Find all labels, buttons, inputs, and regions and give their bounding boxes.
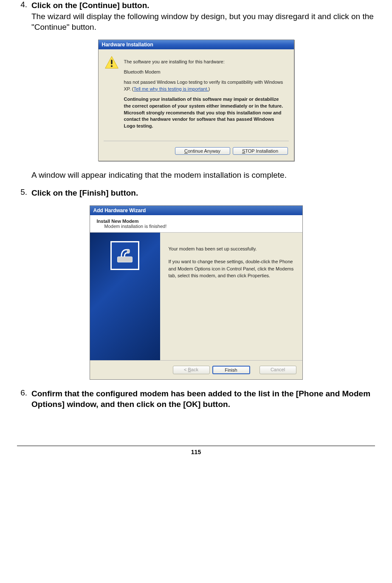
footer-rule [17,446,375,446]
finish-button[interactable]: Finish [212,366,250,374]
dialog-compat-text: has not passed Windows Logo testing to v… [124,79,286,93]
svg-point-2 [110,65,112,67]
step-bold-line: Click on the [Continue] button. [31,1,149,10]
stop-installation-button[interactable]: STOP Installation [233,147,288,155]
dialog-text: The software you are installing for this… [124,55,286,133]
dialog-warning-bold: Continuing your installation of this sof… [124,96,286,130]
step-description: The wizard will display the following wi… [31,12,374,32]
step-number: 4. [13,0,31,33]
dialog-titlebar: Add Hardware Wizard [90,206,302,215]
page-number: 115 [0,449,392,460]
step-bold-line: Click on the [Finish] button. [31,188,138,197]
dialog-content: Your modem has been set up successfully.… [160,233,302,360]
dialog-body-1: Your modem has been set up successfully. [169,245,294,253]
svg-rect-1 [111,60,112,64]
step-4: 4. Click on the [Continue] button. The w… [13,0,379,33]
dialog-heading: Install New Modem [97,219,296,224]
step-number: 5. [13,188,31,199]
post-step-4-text: A window will appear indicating that the… [31,170,379,181]
step-6: 6. Confirm that the configured modem has… [13,388,379,410]
step-number: 6. [13,388,31,410]
cancel-button: Cancel [259,366,296,374]
dialog-titlebar: Hardware Installation [99,40,294,49]
dialog-side-panel [90,233,160,360]
dialog-subheading: Modem installation is finished! [104,224,296,229]
svg-point-4 [127,250,130,253]
dialog-body-2: If you want to change these settings, do… [169,258,294,279]
continue-anyway-button[interactable]: Continue Anyway [175,147,230,155]
add-hardware-wizard-dialog: Add Hardware Wizard Install New Modem Mo… [90,205,303,380]
dialog-line-1: The software you are installing for this… [124,59,286,65]
step-5: 5. Click on the [Finish] button. [13,188,379,199]
dialog-device-name: Bluetooth Modem [124,69,286,76]
dialog-header: Install New Modem Modem installation is … [90,215,302,233]
why-testing-link[interactable]: Tell me why this testing is important. [134,86,209,91]
back-button: < Back [173,366,210,374]
hardware-installation-dialog: Hardware Installation The software you a… [98,40,294,161]
warning-icon [104,55,119,70]
step-bold-line: Confirm that the configured modem has be… [31,389,370,409]
modem-icon [110,241,139,270]
svg-rect-3 [118,256,133,262]
